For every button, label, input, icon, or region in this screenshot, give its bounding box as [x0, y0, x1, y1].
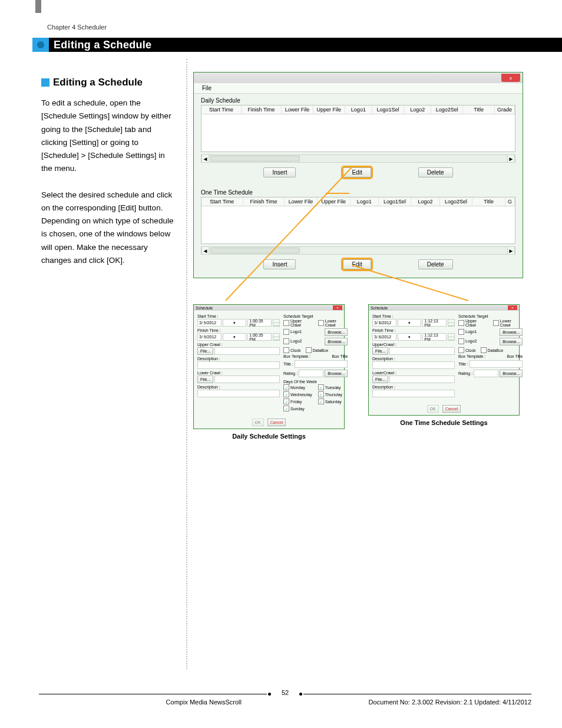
scroll-left-icon-2[interactable]: ◄ — [201, 247, 209, 254]
daily-finish-time[interactable]: 1:00:35 PM — [247, 333, 272, 341]
onetime-lower-desc-input[interactable] — [372, 390, 455, 397]
daily-chk-clock[interactable] — [283, 347, 289, 353]
close-icon[interactable]: x — [501, 74, 520, 82]
col-lower-file[interactable]: Lower File — [282, 106, 313, 114]
onetime-lower-file-input[interactable] — [389, 375, 455, 383]
daily-chk-databox[interactable] — [306, 347, 312, 353]
onetime-cancel-button[interactable]: Cancel — [442, 405, 461, 413]
daily-chk-logo2[interactable] — [283, 338, 289, 344]
daily-logo1-browse[interactable]: Browse... — [325, 328, 348, 336]
daily-upper-file-input[interactable] — [214, 347, 280, 355]
daily-chk-logo1[interactable] — [283, 329, 289, 335]
daily-edit-button[interactable]: Edit — [343, 167, 371, 177]
daily-start-time[interactable]: 1:00:35 PM — [247, 319, 272, 327]
onetime-chk-logo1[interactable] — [458, 329, 464, 335]
col-logo2sel-2[interactable]: Logo2Sel — [440, 197, 473, 206]
onetime-chk-lower[interactable] — [493, 320, 499, 326]
daily-lower-file-input[interactable] — [214, 375, 280, 383]
col-lower-file-2[interactable]: Lower File — [285, 197, 318, 206]
daily-delete-button[interactable]: Delete — [418, 167, 453, 177]
onetime-rating-browse[interactable]: Browse... — [500, 370, 523, 377]
scroll-right-icon-2[interactable]: ► — [507, 247, 515, 254]
col-finish-time-2[interactable]: Finish Time — [243, 197, 285, 206]
daily-chk-upper[interactable] — [283, 320, 289, 326]
onetime-upper-file-button[interactable]: File... — [372, 347, 388, 355]
daily-upper-file-button[interactable]: File... — [197, 347, 213, 355]
col-start-time[interactable]: Start Time — [201, 106, 242, 114]
onetime-chk-clock[interactable] — [458, 347, 464, 353]
daily-finish-date-picker-icon[interactable]: ▾ — [223, 333, 247, 341]
onetime-logo2-browse[interactable]: Browse... — [500, 338, 523, 345]
col-start-time-2[interactable]: Start Time — [201, 197, 243, 206]
daily-start-date[interactable]: 3/ 9/2012 — [197, 319, 222, 327]
onetime-upper-file-input[interactable] — [389, 347, 455, 355]
onetime-start-time[interactable]: 1:12:13 PM — [422, 319, 447, 327]
onetime-scrollbar[interactable]: ◄ ► — [201, 246, 515, 255]
daily-finish-spinner[interactable] — [273, 333, 280, 341]
scroll-left-icon[interactable]: ◄ — [201, 155, 209, 162]
col-logo1-2[interactable]: Logo1 — [351, 197, 379, 206]
onetime-finish-time[interactable]: 1:12:13 PM — [422, 333, 447, 341]
col-title-2[interactable]: Title — [472, 197, 505, 206]
onetime-rating-input[interactable] — [474, 370, 498, 377]
col-logo2-2[interactable]: Logo2 — [411, 197, 439, 206]
daily-insert-button[interactable]: Insert — [263, 167, 296, 177]
chk-sun[interactable]: ✓ — [283, 406, 289, 411]
chk-tue[interactable]: ✓ — [318, 384, 324, 390]
onetime-start-date[interactable]: 3/ 8/2012 — [372, 319, 396, 327]
daily-lower-file-button[interactable]: File... — [197, 375, 213, 383]
scroll-right-icon[interactable]: ► — [507, 155, 515, 162]
daily-scrollbar[interactable]: ◄ ► — [201, 154, 515, 163]
onetime-start-date-picker-icon[interactable]: ▾ — [398, 319, 422, 327]
daily-chk-lower[interactable] — [318, 320, 324, 326]
col-logo1[interactable]: Logo1 — [345, 106, 373, 114]
menu-file[interactable]: File — [194, 83, 523, 94]
onetime-finish-spinner[interactable] — [448, 333, 455, 341]
onetime-upper-desc-input[interactable] — [372, 361, 455, 369]
onetime-upper-label: UpperCrawl : — [372, 342, 455, 347]
onetime-dialog-close-icon[interactable]: × — [508, 305, 517, 310]
onetime-start-spinner[interactable] — [448, 319, 455, 327]
chk-wed[interactable]: ✓ — [283, 391, 289, 397]
col-logo1sel-2[interactable]: Logo1Sel — [379, 197, 412, 206]
col-finish-time[interactable]: Finish Time — [242, 106, 282, 114]
col-grade[interactable]: Grade — [495, 106, 515, 114]
daily-cancel-button[interactable]: Cancel — [267, 419, 286, 426]
onetime-finish-date-picker-icon[interactable]: ▾ — [398, 333, 422, 341]
daily-logo2-browse[interactable]: Browse... — [325, 338, 348, 345]
onetime-chk-databox[interactable] — [481, 347, 487, 353]
chk-thu[interactable]: ✓ — [318, 391, 324, 397]
col-upper-file[interactable]: Upper File — [313, 106, 345, 114]
onetime-logo1-browse[interactable]: Browse... — [500, 328, 523, 336]
daily-finish-date[interactable]: 3/ 9/2012 — [197, 333, 222, 341]
onetime-ok-button[interactable]: OK — [427, 405, 439, 413]
onetime-insert-button[interactable]: Insert — [263, 259, 296, 269]
onetime-finish-date[interactable]: 3/ 8/2012 — [372, 333, 396, 341]
daily-start-spinner[interactable] — [273, 319, 280, 327]
daily-rating-browse[interactable]: Browse... — [325, 370, 348, 377]
onetime-edit-button[interactable]: Edit — [343, 259, 371, 269]
onetime-lower-file-button[interactable]: File... — [372, 375, 388, 383]
col-logo2[interactable]: Logo2 — [404, 106, 432, 114]
daily-rating-input[interactable] — [299, 370, 323, 377]
daily-ok-button[interactable]: OK — [252, 419, 264, 426]
chk-mon[interactable]: ✓ — [283, 384, 289, 390]
daily-dialog-close-icon[interactable]: × — [333, 305, 342, 310]
daily-lower-desc-input[interactable] — [197, 390, 280, 397]
col-logo2sel[interactable]: Logo2Sel — [431, 106, 463, 114]
col-grade-2[interactable]: G — [505, 197, 515, 206]
onetime-delete-button[interactable]: Delete — [418, 259, 453, 269]
onetime-schedule-grid[interactable]: Start Time Finish Time Lower File Upper … — [201, 197, 515, 244]
daily-upper-desc-input[interactable] — [197, 361, 280, 369]
daily-start-date-picker-icon[interactable]: ▾ — [223, 319, 247, 327]
onetime-chk-upper[interactable] — [458, 320, 464, 326]
daily-title-input[interactable] — [295, 360, 348, 368]
col-logo1sel[interactable]: Logo1Sel — [372, 106, 404, 114]
chk-fri[interactable]: ✓ — [283, 398, 289, 404]
onetime-chk-logo2[interactable] — [458, 338, 464, 344]
chk-sat[interactable]: ✓ — [318, 398, 324, 404]
daily-schedule-grid[interactable]: Start Time Finish Time Lower File Upper … — [201, 105, 515, 152]
onetime-title-input[interactable] — [470, 360, 523, 368]
col-title[interactable]: Title — [463, 106, 495, 114]
col-upper-file-2[interactable]: Upper File — [318, 197, 351, 206]
